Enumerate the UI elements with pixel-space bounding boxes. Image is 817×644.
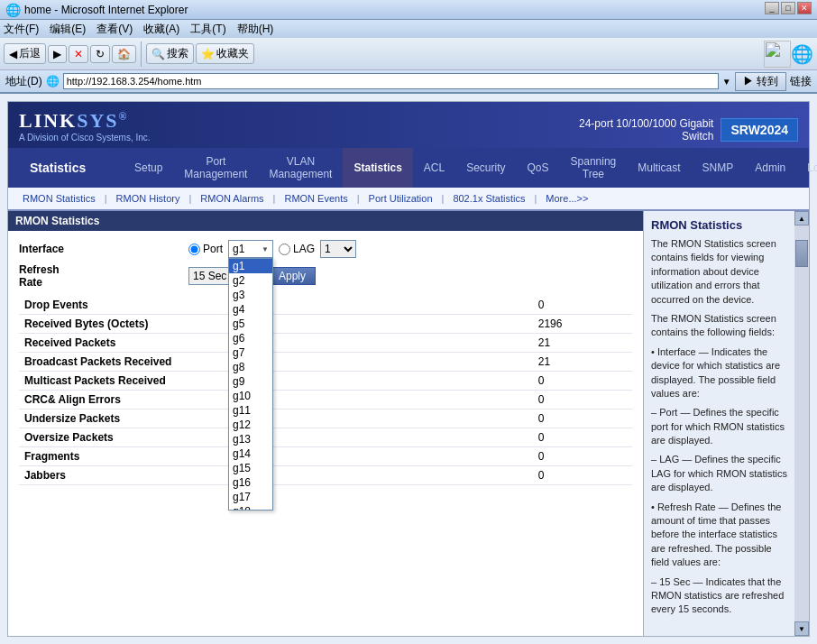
subnav-port-utilization[interactable]: Port Utilization — [362, 189, 440, 207]
port-option-g12[interactable]: g12 — [229, 418, 272, 432]
interface-controls: Port g1 ▼ g1 g2 — [188, 240, 356, 258]
scroll-thumb[interactable] — [795, 240, 808, 267]
stat-value: 0 — [533, 466, 632, 485]
menu-edit[interactable]: 编辑(E) — [50, 22, 86, 37]
port-option-g11[interactable]: g11 — [229, 403, 272, 418]
port-option-g3[interactable]: g3 — [229, 288, 272, 302]
nav-setup[interactable]: Setup — [124, 148, 173, 188]
subnav-8021x-statistics[interactable]: 802.1x Statistics — [445, 189, 532, 207]
port-option-g16[interactable]: g16 — [229, 475, 272, 490]
table-row: Oversize Packets0 — [19, 428, 632, 447]
scrollbar[interactable]: ▲ ▼ — [794, 211, 809, 636]
menu-view[interactable]: 查看(V) — [96, 22, 133, 37]
table-row: Received Packets21 — [19, 334, 632, 353]
dropdown-arrow-icon: ▼ — [262, 245, 269, 253]
table-row: Undersize Packets0 — [19, 409, 632, 428]
subnav-rmon-alarms[interactable]: RMON Alarms — [193, 189, 271, 207]
port-option-g7[interactable]: g7 — [229, 345, 272, 360]
port-option-g5[interactable]: g5 — [229, 317, 272, 331]
nav-snmp[interactable]: SNMP — [692, 148, 745, 188]
port-option-g9[interactable]: g9 — [229, 374, 272, 389]
port-option-g10[interactable]: g10 — [229, 389, 272, 403]
address-bar: 地址(D) 🌐 ▼ ▶ 转到 链接 — [0, 70, 817, 94]
menu-help[interactable]: 帮助(H) — [237, 22, 274, 37]
port-option-g6[interactable]: g6 — [229, 331, 272, 345]
nav-statistics[interactable]: Statistics — [343, 148, 412, 188]
lag-radio[interactable] — [279, 244, 290, 255]
window-title: home - Microsoft Internet Explorer — [24, 4, 188, 16]
port-dropdown-menu[interactable]: g1 g2 g3 g4 g5 g6 g7 g8 g9 g10 — [228, 258, 273, 511]
go-button[interactable]: ▶ 转到 — [735, 72, 786, 91]
device-name: 24-port 10/100/1000 Gigabit Switch — [579, 117, 713, 143]
search-icon: 🔍 — [151, 48, 165, 60]
minimize-button[interactable]: _ — [765, 2, 779, 14]
stat-label: Multicast Packets Received — [19, 372, 533, 391]
port-option-g8[interactable]: g8 — [229, 360, 272, 374]
nav-acl[interactable]: ACL — [413, 148, 455, 188]
stat-value: 2196 — [533, 315, 632, 334]
table-row: Fragments0 — [19, 447, 632, 466]
favorites-button[interactable]: ⭐ 收藏夹 — [196, 43, 254, 64]
port-option-g2[interactable]: g2 — [229, 273, 272, 288]
port-select-button[interactable]: g1 ▼ — [228, 240, 273, 258]
port-option-g18[interactable]: g18 — [229, 504, 272, 511]
home-button[interactable]: 🏠 — [112, 45, 136, 63]
nav-security[interactable]: Security — [455, 148, 516, 188]
search-button[interactable]: 🔍 搜索 — [146, 43, 194, 64]
refresh-icon: ↻ — [96, 48, 105, 60]
stop-button[interactable]: ✕ — [69, 45, 88, 63]
nav-port-management[interactable]: PortManagement — [173, 148, 258, 188]
lag-radio-label[interactable]: LAG — [279, 243, 315, 255]
table-row: Multicast Packets Received0 — [19, 372, 632, 391]
apply-button[interactable]: Apply — [269, 267, 316, 285]
subnav-rmon-history[interactable]: RMON History — [109, 189, 188, 207]
port-option-g1[interactable]: g1 — [229, 259, 272, 273]
subnav-rmon-events[interactable]: RMON Events — [277, 189, 354, 207]
port-radio[interactable] — [188, 244, 200, 255]
stat-value: 0 — [533, 447, 632, 466]
stat-label: Received Packets — [19, 334, 533, 353]
menu-favorites[interactable]: 收藏(A) — [143, 22, 179, 37]
nav-vlan-management[interactable]: VLANManagement — [258, 148, 343, 188]
nav-admin[interactable]: Admin — [744, 148, 796, 188]
port-option-g17[interactable]: g17 — [229, 490, 272, 504]
port-radio-label[interactable]: Port — [188, 243, 223, 255]
stat-label: Fragments — [19, 447, 533, 466]
main-wrapper: LINKSYS® A Division of Cisco Systems, In… — [0, 94, 817, 644]
nav-logout[interactable]: LogOut — [796, 148, 817, 188]
toolbar: ◀ 后退 ▶ ✕ ↻ 🏠 🔍 搜索 ⭐ 收藏夹 🌐 — [0, 38, 817, 70]
help-text: The RMON Statistics screen contains fiel… — [651, 237, 787, 617]
scroll-up-button[interactable]: ▲ — [794, 211, 809, 225]
subnav-rmon-statistics[interactable]: RMON Statistics — [15, 189, 103, 207]
panel-title: RMON Statistics — [8, 211, 643, 231]
help-panel: RMON Statistics The RMON Statistics scre… — [643, 211, 794, 636]
nav-multicast[interactable]: Multicast — [627, 148, 691, 188]
browser-title-bar: 🌐 home - Microsoft Internet Explorer _ □… — [0, 0, 817, 20]
scroll-down-button[interactable]: ▼ — [794, 621, 809, 636]
menu-file[interactable]: 文件(F) — [4, 22, 39, 37]
stat-value: 0 — [533, 372, 632, 391]
forward-button[interactable]: ▶ — [48, 45, 67, 63]
port-selected-value: g1 — [233, 243, 244, 255]
subnav-more[interactable]: More...>> — [538, 189, 595, 207]
port-option-g13[interactable]: g13 — [229, 432, 272, 446]
home-icon: 🏠 — [117, 48, 131, 60]
linksys-logo: LINKSYS® A Division of Cisco Systems, In… — [19, 109, 151, 143]
port-option-g14[interactable]: g14 — [229, 446, 272, 461]
stat-value: 21 — [533, 353, 632, 372]
back-arrow-icon: ◀ — [9, 48, 17, 60]
close-button[interactable]: ✕ — [797, 2, 812, 14]
refresh-button[interactable]: ↻ — [90, 45, 110, 63]
nav-section-label: Statistics — [15, 148, 124, 188]
lag-select[interactable]: 1 — [320, 240, 356, 258]
port-option-g4[interactable]: g4 — [229, 302, 272, 317]
address-label: 地址(D) — [5, 74, 42, 89]
nav-qos[interactable]: QoS — [517, 148, 560, 188]
address-input[interactable] — [63, 73, 719, 89]
port-dropdown[interactable]: g1 ▼ g1 g2 g3 g4 g5 g6 — [228, 240, 273, 258]
back-button[interactable]: ◀ 后退 — [4, 43, 46, 64]
nav-spanning-tree[interactable]: SpanningTree — [560, 148, 628, 188]
port-option-g15[interactable]: g15 — [229, 461, 272, 475]
menu-tools[interactable]: 工具(T) — [190, 22, 225, 37]
maximize-button[interactable]: □ — [781, 2, 795, 14]
